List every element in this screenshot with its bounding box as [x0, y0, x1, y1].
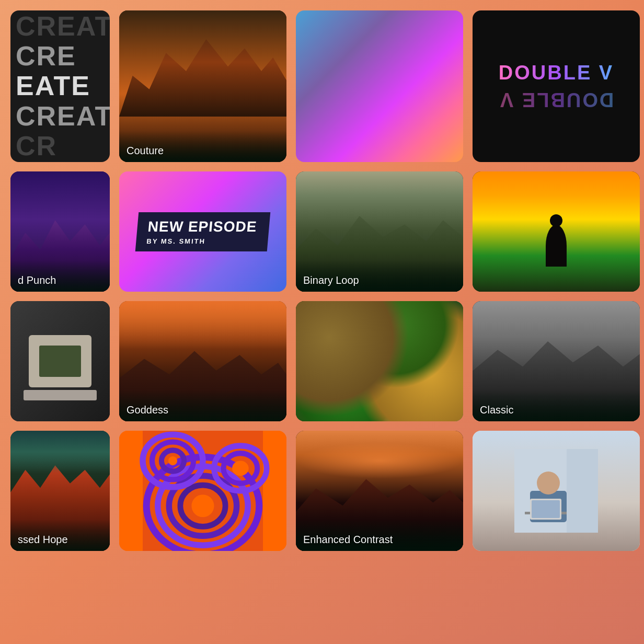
episode-inner: NEW EPISODE BY MS. SMITH [119, 171, 286, 292]
card-blessed-hope[interactable]: ssed Hope [10, 431, 110, 551]
classic-label: Classic [480, 404, 513, 416]
svg-point-9 [168, 456, 177, 465]
sunset-scene [473, 171, 640, 292]
topo-inner [119, 431, 286, 551]
template-grid: CREAT CRE EATE CREAT CR Couture DOUBLE V… [0, 0, 644, 644]
topo-svg [119, 431, 286, 551]
card-double-vision[interactable]: DOUBLE V DOUBLE V [473, 10, 640, 162]
card-new-episode[interactable]: NEW EPISODE BY MS. SMITH [119, 171, 286, 292]
double-text-inner: DOUBLE V DOUBLE V [473, 10, 640, 162]
binary-label-bar: Binary Loop [296, 260, 463, 292]
laptop-person-svg [514, 449, 598, 533]
double-title: DOUBLE V [499, 62, 614, 84]
card-sunset-person[interactable] [473, 171, 640, 292]
card-laptop-person[interactable] [473, 431, 640, 551]
old-computer [29, 335, 91, 387]
card-binary-loop[interactable]: Binary Loop [296, 171, 463, 292]
create-line-3: EATE [16, 71, 105, 101]
svg-point-17 [537, 472, 560, 494]
enhanced-label-bar: Enhanced Contrast [296, 520, 463, 551]
computer-scene [10, 301, 110, 421]
classic-label-bar: Classic [473, 390, 640, 421]
episode-title: NEW EPISODE [147, 218, 259, 235]
card-gradient[interactable] [296, 10, 463, 162]
svg-point-12 [232, 461, 249, 476]
episode-banner: NEW EPISODE BY MS. SMITH [135, 212, 271, 251]
card-punch[interactable]: d Punch [10, 171, 110, 292]
card-enhanced-contrast[interactable]: Enhanced Contrast [296, 431, 463, 551]
keyboard [24, 390, 97, 400]
laptop-inner [473, 431, 640, 551]
create-text-pattern: CREAT CRE EATE CREAT CR [10, 10, 110, 162]
create-line-2: CRE [16, 41, 105, 71]
couture-label: Couture [126, 145, 164, 157]
card-create[interactable]: CREAT CRE EATE CREAT CR [10, 10, 110, 162]
punch-label: d Punch [18, 274, 56, 286]
goddess-inner: Goddess [119, 301, 286, 421]
classic-inner: Classic [473, 301, 640, 421]
card-vegetables[interactable] [296, 301, 463, 421]
computer-screen [39, 346, 81, 377]
card-goddess[interactable]: Goddess [119, 301, 286, 421]
topo-art [119, 431, 286, 551]
veggies-inner [296, 301, 463, 421]
hope-label: ssed Hope [18, 534, 68, 546]
svg-point-5 [191, 494, 214, 517]
goddess-glow [119, 301, 286, 349]
sunset-inner [473, 171, 640, 292]
enhanced-glow [296, 443, 463, 479]
binary-label: Binary Loop [303, 274, 359, 286]
person-silhouette [546, 225, 567, 267]
goddess-label-bar: Goddess [119, 390, 286, 421]
enhanced-inner: Enhanced Contrast [296, 431, 463, 551]
couture-label-bar: Couture [119, 131, 286, 162]
hope-sky [10, 431, 110, 473]
episode-subtitle: BY MS. SMITH [146, 237, 258, 245]
card-topographic[interactable] [119, 431, 286, 551]
goddess-label: Goddess [126, 404, 168, 416]
svg-rect-15 [567, 449, 598, 533]
create-line-5: CR [16, 131, 105, 161]
computer-inner [10, 301, 110, 421]
double-mirror: DOUBLE V [499, 88, 614, 111]
create-line-4: CREAT [16, 101, 105, 131]
card-classic[interactable]: Classic [473, 301, 640, 421]
card-couture[interactable]: Couture [119, 10, 286, 162]
hope-label-bar: ssed Hope [10, 520, 110, 551]
card-old-computer[interactable] [10, 301, 110, 421]
laptop-scene [473, 431, 640, 551]
create-line-1: CREAT [16, 12, 105, 41]
hope-inner: ssed Hope [10, 431, 110, 551]
svg-rect-20 [532, 500, 560, 518]
enhanced-label: Enhanced Contrast [303, 534, 393, 546]
veggie-display [296, 301, 463, 421]
gradient-inner [296, 10, 463, 162]
punch-inner: d Punch [10, 171, 110, 292]
punch-label-bar: d Punch [10, 260, 110, 292]
binary-inner: Binary Loop [296, 171, 463, 292]
couture-inner: Couture [119, 10, 286, 162]
